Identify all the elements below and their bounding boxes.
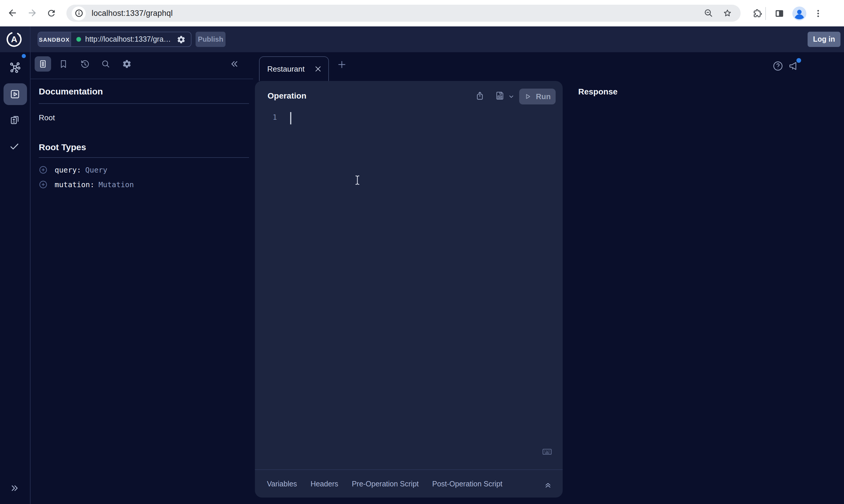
docs-title-divider: [39, 103, 249, 104]
endpoint-settings-gear-icon[interactable]: [177, 35, 186, 44]
toolbar-separator: [765, 7, 766, 20]
browser-toolbar: localhost:1337/graphql: [0, 0, 844, 26]
address-bar-url[interactable]: localhost:1337/graphql: [92, 5, 173, 22]
operation-panel: Operation Run 1 Variables Headers: [255, 81, 563, 498]
connection-status-dot: [76, 37, 81, 42]
add-mutation-icon[interactable]: [39, 180, 48, 189]
docs-toolbar-divider: [30, 78, 253, 79]
docs-settings-gear-icon[interactable]: [122, 59, 132, 69]
docs-panel-title: Documentation: [39, 86, 103, 96]
site-info-button[interactable]: [72, 6, 86, 20]
new-tab-icon[interactable]: [337, 60, 346, 69]
browser-menu-kebab-icon[interactable]: [813, 8, 823, 18]
environment-badge: SANDBOX: [38, 32, 71, 46]
root-type-field[interactable]: mutation:: [55, 180, 94, 189]
tab-restaurant[interactable]: Restaurant: [259, 56, 329, 81]
reload-icon[interactable]: [47, 8, 56, 18]
side-panel-icon[interactable]: [774, 8, 785, 18]
checks-icon[interactable]: [8, 141, 20, 152]
tab-post-operation-script[interactable]: Post-Operation Script: [432, 480, 502, 488]
run-label: Run: [536, 92, 551, 101]
tab-pre-operation-script[interactable]: Pre-Operation Script: [352, 480, 419, 488]
root-type-type[interactable]: Query: [85, 165, 107, 174]
keyboard-shortcuts-icon[interactable]: [541, 446, 552, 457]
extensions-icon[interactable]: [752, 8, 763, 18]
profile-avatar[interactable]: [792, 5, 807, 21]
expand-footer-icon[interactable]: [544, 481, 552, 489]
docs-search-icon[interactable]: [101, 59, 110, 69]
back-icon[interactable]: [7, 7, 18, 18]
mouse-text-cursor: [353, 175, 361, 185]
docs-root-item[interactable]: Root: [39, 113, 55, 122]
save-icon[interactable]: [494, 90, 505, 101]
help-icon[interactable]: [772, 60, 783, 71]
schema-notification-dot: [22, 54, 26, 58]
save-dropdown-chevron-icon[interactable]: [508, 93, 514, 100]
apollo-sandbox-page: localhost:1337/graphql A: [0, 0, 844, 504]
operation-title: Operation: [268, 91, 306, 100]
endpoint-group: SANDBOX http://localhost:1337/gra…: [38, 32, 191, 47]
response-title: Response: [578, 87, 618, 96]
root-type-row-query[interactable]: query: Query: [39, 165, 107, 174]
tab-variables[interactable]: Variables: [267, 480, 297, 488]
root-type-field[interactable]: query:: [55, 165, 81, 174]
login-button[interactable]: Log in: [808, 32, 841, 47]
collapse-docs-panel-icon[interactable]: [230, 59, 239, 69]
bookmark-star-icon[interactable]: [722, 8, 733, 18]
saved-operations-bookmark-icon[interactable]: [59, 59, 68, 69]
share-icon[interactable]: [475, 91, 485, 101]
root-types-title: Root Types: [39, 142, 86, 152]
changelog-diff-icon[interactable]: [9, 114, 20, 126]
apollo-logo[interactable]: A: [6, 31, 22, 48]
root-type-row-mutation[interactable]: mutation: Mutation: [39, 180, 134, 189]
endpoint-input[interactable]: http://localhost:1337/gra…: [71, 32, 191, 46]
address-bar[interactable]: localhost:1337/graphql: [66, 5, 741, 22]
close-tab-icon[interactable]: [314, 65, 322, 73]
tab-label: Restaurant: [267, 65, 305, 73]
publish-button[interactable]: Publish: [195, 32, 226, 47]
tab-headers[interactable]: Headers: [310, 480, 338, 488]
operation-editor[interactable]: [266, 109, 554, 437]
endpoint-url[interactable]: http://localhost:1337/gra…: [85, 35, 173, 43]
response-area: [563, 100, 844, 504]
schema-graph-icon[interactable]: [8, 61, 21, 74]
root-type-type[interactable]: Mutation: [98, 180, 134, 189]
rail-divider: [30, 26, 31, 504]
announcements-notification-dot: [796, 58, 801, 63]
explorer-play-icon[interactable]: [10, 89, 20, 100]
add-query-icon[interactable]: [39, 165, 48, 174]
run-play-icon: [524, 92, 532, 100]
root-types-divider: [39, 157, 249, 158]
documentation-icon[interactable]: [38, 59, 47, 69]
expand-rail-icon[interactable]: [10, 484, 19, 493]
svg-text:A: A: [11, 34, 17, 44]
history-clock-icon[interactable]: [80, 59, 90, 69]
zoom-out-icon[interactable]: [704, 8, 713, 18]
app-header: A SANDBOX http://localhost:1337/gra… Pub…: [0, 26, 844, 52]
run-button[interactable]: Run: [519, 88, 556, 104]
operation-footer: Variables Headers Pre-Operation Script P…: [255, 469, 563, 498]
forward-icon[interactable]: [27, 7, 38, 18]
